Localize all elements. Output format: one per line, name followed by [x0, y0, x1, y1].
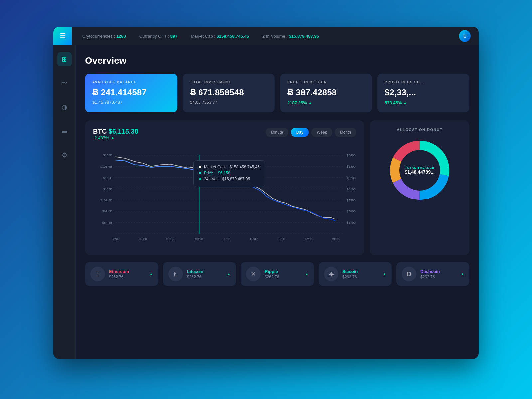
card-profit-usd-pct: 578.45% ▲ — [385, 100, 407, 105]
svg-text:13:00: 13:00 — [250, 237, 258, 241]
svg-text:09:00: 09:00 — [195, 237, 203, 241]
chart-section: BTC $6,115.38 -2.487% ▲ Minute Day Week — [85, 120, 469, 255]
eth-change: ▲ — [149, 272, 153, 276]
card-profit-btc-value: Ƀ 387.42858 — [287, 87, 365, 98]
card-total-investment: TOTAL INVESTMENT Ƀ 671.858548 $4,05,7353… — [183, 74, 275, 112]
coin-card-dash: D Dashcoin $262.76 ▲ — [396, 262, 469, 286]
svg-text:$5700: $5700 — [347, 221, 356, 224]
svg-text:17:00: 17:00 — [304, 237, 312, 241]
time-btn-month[interactable]: Month — [335, 128, 356, 137]
stat-oft: Currently OFT : 897 — [139, 34, 178, 39]
btc-chart-card: BTC $6,115.38 -2.487% ▲ Minute Day Week — [85, 120, 364, 255]
topbar: ☰ Crytocurrencies : 1280 Currently OFT :… — [53, 27, 479, 45]
chart-btc-price: $6,115.38 — [109, 128, 138, 135]
donut-title: ALLOCATION DONUT — [397, 128, 442, 132]
menu-icon: ☰ — [60, 32, 66, 40]
svg-text:$84.3B: $84.3B — [102, 221, 112, 224]
app-container: ☰ Crytocurrencies : 1280 Currently OFT :… — [53, 27, 479, 359]
svg-text:07:00: 07:00 — [166, 237, 174, 241]
chart-btc-info: BTC $6,115.38 -2.487% ▲ — [93, 128, 138, 146]
dashboard-icon: ⊞ — [62, 55, 67, 63]
svg-text:$103B: $103B — [103, 187, 112, 191]
sc-icon-circle: ◈ — [324, 267, 338, 281]
sidebar-item-dashboard[interactable]: ⊞ — [57, 52, 72, 66]
ltc-change: ▲ — [227, 272, 231, 276]
dash-icon-circle: D — [402, 267, 416, 281]
svg-text:19:00: 19:00 — [332, 237, 339, 241]
profit-btc-arrow-icon: ▲ — [308, 101, 312, 105]
svg-text:05:00: 05:00 — [139, 237, 147, 241]
svg-text:$102.4B: $102.4B — [100, 199, 112, 202]
donut-balance-value: $1,48,44789... — [405, 169, 435, 175]
svg-text:$5800: $5800 — [347, 209, 356, 213]
content-area: Overview AVAILABLE BALANCE Ƀ 241.414587 … — [76, 45, 479, 359]
card-total-investment-sub: $4,05,7353.77 — [190, 100, 267, 105]
btc-chart-svg: $108B $106.5B $105B $103B $102.4B $99.8B… — [93, 147, 356, 247]
btc-change-arrow-icon: ▲ — [110, 135, 115, 140]
ltc-info: Litecoin $262.76 — [187, 269, 203, 279]
chart-btc-change: -2.487% ▲ — [93, 135, 138, 140]
profit-btc-pct-value: 2187.25% — [287, 100, 307, 105]
stat-market-cap: Market Cap : $158,458,745,45 — [191, 34, 249, 39]
avatar[interactable]: U — [459, 30, 471, 42]
xrp-icon-circle: ✕ — [246, 267, 261, 281]
donut-balance-label: TOTAL BALANCE — [405, 166, 435, 169]
chart-header: BTC $6,115.38 -2.487% ▲ Minute Day Week — [93, 128, 356, 146]
main-layout: ⊞ 〜 ◑ ▬ ⚙ Overview AVAILABLE BALANCE Ƀ — [53, 45, 479, 359]
time-btn-week[interactable]: Week — [311, 128, 332, 137]
pie-icon: ◑ — [62, 103, 67, 111]
xrp-info: Ripple $262.76 — [265, 269, 279, 279]
dash-price: $262.76 — [420, 275, 440, 279]
time-btn-minute[interactable]: Minute — [266, 128, 288, 137]
topbar-stats: Crytocurrencies : 1280 Currently OFT : 8… — [82, 34, 459, 39]
card-available-balance-sub: $1,45,7878.487 — [92, 100, 170, 105]
chart-btc-title: BTC $6,115.38 — [93, 128, 138, 135]
ltc-name: Litecoin — [187, 269, 203, 274]
svg-text:$6400: $6400 — [347, 153, 356, 157]
sidebar-item-chart[interactable]: 〜 — [57, 76, 72, 90]
sc-name: Siacoin — [342, 269, 358, 274]
svg-point-32 — [197, 166, 201, 170]
dash-change: ▲ — [461, 272, 464, 276]
dash-info: Dashcoin $262.76 — [420, 269, 440, 279]
time-btn-day[interactable]: Day — [291, 128, 309, 137]
sc-price: $262.76 — [342, 275, 358, 279]
svg-text:$106.5B: $106.5B — [100, 165, 112, 168]
time-buttons: Minute Day Week Month — [266, 128, 356, 137]
card-profit-btc-label: PROFIT IN BITCOIN — [287, 80, 365, 84]
stat-cards: AVAILABLE BALANCE Ƀ 241.414587 $1,45,787… — [85, 74, 469, 112]
card-available-balance-label: AVAILABLE BALANCE — [92, 80, 170, 84]
card-profit-btc: PROFIT IN BITCOIN Ƀ 387.42858 2187.25% ▲ — [280, 74, 372, 112]
eth-info: Ethereum $262.76 — [109, 269, 129, 279]
stat-24h-volume: 24h Volume : $15,879,487,95 — [262, 34, 319, 39]
card-total-investment-label: TOTAL INVESTMENT — [190, 80, 267, 84]
chart-icon: 〜 — [62, 79, 67, 87]
settings-icon: ⚙ — [62, 151, 67, 159]
svg-text:11:00: 11:00 — [222, 237, 230, 241]
sidebar-item-pie[interactable]: ◑ — [57, 100, 72, 114]
xrp-change: ▲ — [305, 272, 309, 276]
stat-cryptocurrencies: Crytocurrencies : 1280 — [82, 34, 126, 39]
card-available-balance-value: Ƀ 241.414587 — [92, 87, 170, 98]
xrp-price: $262.76 — [265, 275, 279, 279]
coin-card-sc: ◈ Siacoin $262.76 ▲ — [319, 262, 392, 286]
coin-card-ltc: Ł Litecoin $262.76 ▲ — [163, 262, 236, 286]
profit-usd-pct-value: 578.45% — [385, 100, 402, 105]
card-icon: ▬ — [62, 128, 67, 134]
svg-text:$105B: $105B — [103, 176, 112, 180]
eth-icon: Ξ — [96, 270, 100, 278]
menu-button[interactable]: ☰ — [53, 27, 72, 45]
svg-text:$108B: $108B — [103, 153, 112, 157]
profit-usd-arrow-icon: ▲ — [403, 101, 407, 105]
card-profit-btc-pct: 2187.25% ▲ — [287, 100, 312, 105]
donut-card: ALLOCATION DONUT — [370, 120, 469, 255]
xrp-icon: ✕ — [251, 270, 256, 278]
sidebar-item-settings[interactable]: ⚙ — [57, 148, 72, 162]
xrp-name: Ripple — [265, 269, 279, 274]
eth-icon-circle: Ξ — [90, 267, 105, 281]
card-profit-usd-label: PROFIT IN US CU... — [385, 80, 462, 84]
page-title: Overview — [85, 55, 469, 66]
ltc-icon: Ł — [174, 270, 177, 278]
sidebar-item-card[interactable]: ▬ — [57, 124, 72, 138]
ltc-icon-circle: Ł — [168, 267, 183, 281]
